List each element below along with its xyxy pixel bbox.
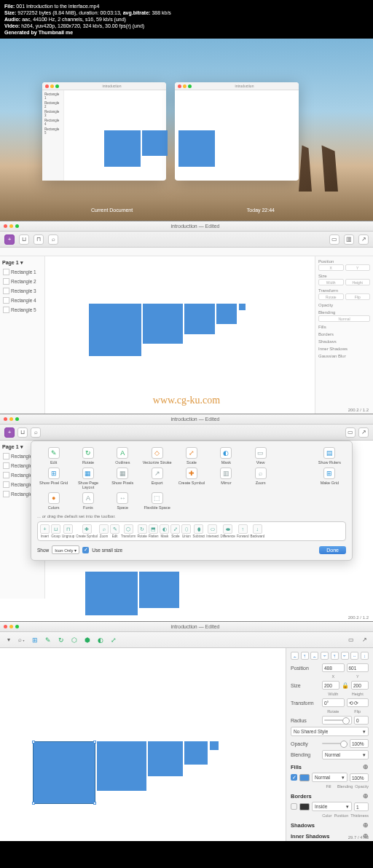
show-mode-select[interactable]: Icon Only ▾ — [52, 545, 79, 554]
insert-button[interactable]: + — [4, 234, 15, 245]
layer-row[interactable]: Rectangle 2 — [2, 277, 42, 286]
default-intersect[interactable]: ⬭ — [208, 524, 217, 534]
toolbar-item-make-grid[interactable]: ⊞ — [323, 467, 335, 479]
width-field[interactable]: 200 — [322, 681, 339, 690]
zoom-button[interactable]: ⌕ — [48, 234, 58, 245]
default-rotate[interactable]: ↻ — [138, 524, 147, 534]
toolbar-item-flexible-space[interactable]: ⬚ — [152, 492, 163, 504]
blending-select[interactable]: Normal▾ — [322, 750, 369, 760]
align-buttons: ⫠⫯⫠ ⫟⫯⫟ ↔↕ — [291, 652, 369, 660]
done-button[interactable]: Done — [319, 546, 346, 554]
default-group[interactable]: ⊔ — [51, 524, 60, 534]
canvas[interactable] — [45, 256, 315, 414]
toolbar-item-zoom[interactable]: ⌕ — [255, 467, 267, 479]
border-enable-checkbox[interactable] — [291, 803, 297, 810]
toolbar-item-show-pixel-grid[interactable]: ⊞ — [48, 467, 60, 479]
default-mask[interactable]: ◐ — [160, 524, 169, 534]
default-scale[interactable]: ⤢ — [170, 524, 180, 534]
default-toolbar-set[interactable]: +Insert⊔Group⊓Ungroup✚Create Symbol⌕Zoom… — [37, 521, 346, 541]
edit-icon[interactable]: ✎ — [44, 635, 52, 645]
file-metadata: File: 001 Introduction to the interface.… — [0, 0, 373, 39]
toolbar-item-show-page-layout[interactable]: ▦ — [82, 467, 94, 479]
toolbar-item-mask[interactable]: ◐ — [220, 447, 232, 459]
inspector-panel: PositionXY SizeWidthHeight TransformRota… — [315, 256, 373, 414]
toolbar-item-rotate[interactable]: ↻ — [82, 447, 94, 459]
selected-rect[interactable] — [33, 741, 95, 804]
shared-style-select[interactable]: No Shared Style▾ — [291, 727, 369, 736]
mirror-button[interactable]: ▥ — [344, 234, 354, 245]
default-backward[interactable]: ↓ — [253, 524, 262, 534]
close-icon[interactable] — [4, 224, 7, 228]
default-subtract[interactable]: ⬮ — [194, 524, 203, 534]
page-dropdown[interactable]: Page 1 ▾ — [2, 259, 42, 267]
frame-customize-toolbar: introduction — Edited + ⊔⌕ ▭↗ Page 1 ▾ R… — [0, 414, 373, 621]
add-border-button[interactable]: ⊕ — [363, 792, 369, 800]
fill-color-swatch[interactable] — [299, 774, 310, 781]
rotate-icon[interactable]: ↻ — [57, 635, 66, 645]
border-color-swatch[interactable] — [299, 803, 310, 810]
frame-inspector-detail: introduction — Edited ▾ ⌕▾ ⊞ ✎ ↻ ⬡ ⬢ ◐ ⤢… — [0, 621, 373, 841]
zoom-icon[interactable] — [15, 224, 19, 228]
layer-row[interactable]: Rectangle 3 — [2, 286, 42, 296]
use-small-size-checkbox[interactable]: ✓ — [82, 547, 89, 553]
minimize-icon[interactable] — [9, 224, 13, 228]
height-field[interactable]: 200 — [351, 681, 369, 690]
insert-button[interactable]: + — [4, 427, 15, 438]
toolbar-item-mirror[interactable]: ▥ — [220, 467, 232, 479]
default-create-symbol[interactable]: ✚ — [82, 524, 92, 534]
toolbar-item-space[interactable]: ↔ — [117, 492, 128, 504]
default-edit[interactable]: ✎ — [110, 524, 119, 534]
canvas[interactable] — [0, 648, 286, 841]
layer-row[interactable]: Rectangle 1 — [2, 267, 42, 277]
view-button[interactable]: ▭ — [329, 234, 339, 245]
toolbar-item-show-rulers[interactable]: ▤ — [323, 447, 335, 459]
default-ungroup[interactable]: ⊓ — [63, 524, 73, 534]
lock-icon[interactable]: 🔒 — [342, 682, 349, 689]
toolbar-item-colors[interactable]: ● — [48, 492, 60, 504]
toolbar-item-outlines[interactable]: A — [117, 447, 128, 459]
default-flatten[interactable]: ⬒ — [149, 524, 158, 534]
default-transform[interactable]: ⬡ — [124, 524, 133, 534]
toolbar-item-view[interactable]: ▭ — [255, 447, 267, 459]
layer-row[interactable]: Rectangle 4 — [2, 296, 42, 305]
window-version[interactable]: introduction — [175, 82, 299, 181]
toolbar-item-create-symbol[interactable]: ✚ — [186, 467, 197, 479]
toolbar-item-export[interactable]: ↗ — [152, 467, 163, 479]
opacity-field[interactable]: 100% — [350, 739, 369, 748]
default-difference[interactable]: ⬬ — [223, 524, 232, 534]
flip-buttons[interactable]: ⟲ ⟳ — [347, 698, 369, 707]
mini-layer-list: Rectangle 1Rectangle 2Rectangle 3Rectang… — [42, 90, 64, 181]
toolbar-item-vectorize-stroke[interactable]: ◇ — [152, 447, 163, 459]
inspector-panel: ⫠⫯⫠ ⫟⫯⫟ ↔↕ Position488601 XY Size200🔒200… — [286, 648, 373, 841]
export-button[interactable]: ↗ — [358, 234, 369, 245]
ruler — [0, 248, 373, 256]
toolbar-item-edit[interactable]: ✎ — [48, 447, 60, 459]
fill-enable-checkbox[interactable]: ✓ — [291, 774, 297, 781]
pos-y-field[interactable]: 601 — [347, 663, 369, 672]
ungroup-button[interactable]: ⊓ — [34, 234, 44, 245]
pos-x-field[interactable]: 488 — [322, 663, 345, 672]
align-left-icon[interactable]: ⫠ — [291, 652, 299, 660]
default-insert[interactable]: + — [40, 524, 50, 534]
main-toolbar: + ⊔ ⊓ ⌕ ▭ ▥ ↗ — [0, 232, 373, 248]
rotate-field[interactable]: 0° — [322, 698, 345, 707]
layers-panel: Page 1 ▾ Rectangle 1 Rectangle 2 Rectang… — [0, 256, 45, 414]
default-zoom[interactable]: ⌕ — [99, 524, 109, 534]
default-union[interactable]: ⬯ — [181, 524, 191, 534]
radius-field[interactable]: 0 — [354, 716, 369, 725]
window-titlebar: introduction — Edited — [0, 221, 373, 232]
default-forward[interactable]: ↑ — [238, 524, 248, 534]
frame-editor: introduction — Edited + ⊔ ⊓ ⌕ ▭ ▥ ↗ Page… — [0, 221, 373, 414]
toolbar-item-scale[interactable]: ⤢ — [186, 447, 197, 459]
group-button[interactable]: ⊔ — [19, 234, 29, 245]
frame-expose-view: introduction Rectangle 1Rectangle 2Recta… — [0, 39, 373, 221]
layer-row[interactable]: Rectangle 5 — [2, 305, 42, 315]
toolbar-item-fonts[interactable]: A — [82, 492, 94, 504]
add-fill-button[interactable]: ⊕ — [363, 763, 369, 770]
customize-toolbar-sheet: ✎Edit↻RotateAOutlines◇Vectorize Stroke⤢S… — [31, 441, 353, 561]
toolbar-item-show-pixels[interactable]: ▦ — [117, 467, 128, 479]
window-current[interactable]: introduction Rectangle 1Rectangle 2Recta… — [42, 82, 166, 181]
coord-readout: 200.2 / 1.2 — [348, 408, 369, 412]
